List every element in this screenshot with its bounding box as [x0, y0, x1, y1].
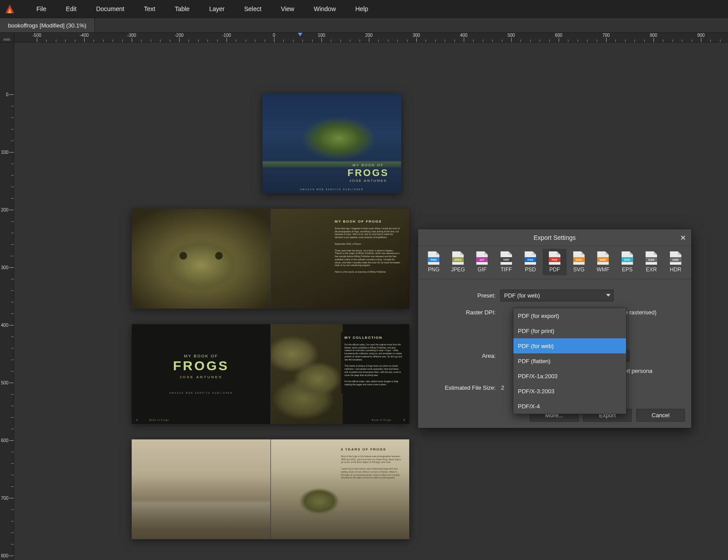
- ruler-minor-tick: [312, 39, 313, 42]
- menu-help[interactable]: Help: [346, 1, 378, 17]
- ruler-minor-tick: [587, 39, 587, 42]
- spread-3-right-page: MY COLLECTION For this eBook today, I've…: [270, 324, 409, 424]
- ruler-tick-label: 100: [1, 150, 8, 155]
- spread-3-photo: [271, 324, 343, 424]
- preset-dropdown[interactable]: PDF (for export)PDF (for print)PDF (for …: [513, 308, 626, 414]
- menu-window[interactable]: Window: [304, 1, 346, 17]
- format-tab-label: JPEG: [451, 266, 465, 273]
- ruler-playhead-icon[interactable]: [298, 33, 302, 36]
- ruler-minor-tick: [540, 39, 540, 42]
- menu-text[interactable]: Text: [134, 1, 165, 17]
- ruler-minor-tick: [378, 39, 379, 42]
- ruler-tick-label: 800: [1, 553, 8, 558]
- close-icon[interactable]: ✕: [677, 232, 689, 243]
- preset-select[interactable]: PDF (for web): [500, 290, 614, 302]
- spread-4[interactable]: 6 YEARS OF FROGS Most of the frogs in th…: [132, 439, 409, 539]
- format-tab-label: PSD: [525, 266, 536, 273]
- menu-view[interactable]: View: [271, 1, 304, 17]
- ruler-minor-tick: [483, 39, 483, 42]
- ruler-tick-label: 200: [365, 33, 373, 38]
- ruler-tick-label: 600: [555, 33, 563, 38]
- menu-edit[interactable]: Edit: [56, 1, 86, 17]
- ruler-minor-tick: [11, 533, 14, 533]
- ruler-tick-label: 500: [508, 33, 515, 38]
- cover-title-block: MY BOOK OF FROGS JOSE ANTUNES: [348, 163, 389, 183]
- preset-option[interactable]: PDF/X-1a:2003: [513, 368, 626, 384]
- format-tab-exr[interactable]: EXREXR: [639, 249, 664, 275]
- document-tab[interactable]: bookoffrogs [Modified] (30.1%): [0, 18, 95, 32]
- title-main: FROGS: [173, 358, 229, 373]
- format-tab-wmf[interactable]: WMFWMF: [591, 249, 615, 275]
- ruler-minor-tick: [11, 221, 14, 222]
- menu-file[interactable]: File: [27, 1, 56, 17]
- tiff-file-icon: TIFF: [501, 251, 512, 265]
- preset-option[interactable]: PDF (for print): [513, 323, 626, 338]
- format-tab-pdf[interactable]: PDFPDF: [543, 249, 567, 275]
- ruler-tick: [132, 38, 132, 42]
- horizontal-ruler[interactable]: -500-400-300-200-10001002003004005006007…: [14, 33, 728, 42]
- format-tab-eps[interactable]: EPSEPS: [615, 249, 639, 275]
- ruler-tick: [37, 38, 37, 42]
- ruler-minor-tick: [426, 39, 426, 42]
- ruler-minor-tick: [160, 39, 160, 42]
- ruler-tick-label: 400: [460, 33, 468, 38]
- format-tab-label: TIFF: [501, 266, 512, 273]
- format-tab-svg[interactable]: SVGSVG: [567, 249, 591, 275]
- ruler-minor-tick: [625, 39, 626, 42]
- menu-layer[interactable]: Layer: [200, 1, 235, 17]
- menu-select[interactable]: Select: [235, 1, 271, 17]
- ruler-minor-tick: [341, 39, 341, 42]
- page-footer-title-left: Book of Frogs: [149, 419, 169, 421]
- ruler-minor-tick: [397, 39, 398, 42]
- ruler-minor-tick: [435, 39, 436, 42]
- ruler-minor-tick: [11, 544, 14, 544]
- ruler-tick-label: 300: [413, 33, 420, 38]
- format-tab-gif[interactable]: GIFGIF: [470, 249, 494, 275]
- pdf-file-icon: PDF: [549, 251, 560, 265]
- ruler-minor-tick: [283, 39, 284, 42]
- ruler-minor-tick: [11, 256, 14, 256]
- spread-4-p2: I spent hours near ponds, even swimmimg …: [341, 467, 403, 479]
- preset-option[interactable]: PDF (flatten): [513, 353, 626, 368]
- spread-2[interactable]: MY BOOK OF FROGS Some time ago I imagine…: [132, 209, 409, 309]
- ruler-minor-tick: [122, 39, 123, 42]
- format-tab-png[interactable]: PNGPNG: [422, 249, 446, 275]
- ruler-tick: [9, 556, 14, 556]
- spread-2-left-page: [132, 209, 270, 309]
- spread-4-left-page: [132, 439, 270, 539]
- spread-3[interactable]: MY BOOK OF FROGS JOSE ANTUNES AMAZON WEB…: [132, 324, 409, 424]
- ruler-minor-tick: [217, 39, 218, 42]
- spread-3-heading: MY COLLECTION: [344, 336, 403, 341]
- ruler-minor-tick: [11, 244, 14, 245]
- spread-4-heading: 6 YEARS OF FROGS: [341, 447, 403, 452]
- spread-cover[interactable]: MY BOOK OF FROGS JOSE ANTUNES AMAZON WEB…: [262, 94, 401, 193]
- cancel-button[interactable]: Cancel: [636, 409, 685, 422]
- preset-option[interactable]: PDF (for web): [513, 338, 626, 353]
- ruler-tick: [9, 383, 14, 383]
- dialog-title-bar[interactable]: Export Settings ✕: [418, 229, 691, 246]
- menu-table[interactable]: Table: [165, 1, 199, 17]
- format-tab-hdr[interactable]: HDRHDR: [663, 249, 688, 275]
- ruler-tick: [9, 94, 14, 95]
- ruler-minor-tick: [454, 39, 455, 42]
- ruler-minor-tick: [673, 39, 673, 42]
- spread-4-text: 6 YEARS OF FROGS Most of the frogs in th…: [341, 447, 403, 483]
- png-file-icon: PNG: [428, 251, 439, 265]
- preset-option[interactable]: PDF/X-3:2003: [513, 384, 626, 399]
- format-tab-tiff[interactable]: TIFFTIFF: [494, 249, 519, 275]
- ruler-tick: [606, 38, 607, 42]
- format-tab-label: PNG: [428, 266, 439, 273]
- title-pretitle: MY BOOK OF: [184, 354, 218, 358]
- spread-4-right-page: 6 YEARS OF FROGS Most of the frogs in th…: [270, 439, 409, 539]
- format-tab-jpeg[interactable]: JPEGJPEG: [446, 249, 470, 275]
- spread-4-left-image: [132, 439, 270, 539]
- preset-option[interactable]: PDF/X-4: [513, 399, 626, 414]
- vertical-ruler[interactable]: 0100200300400500600700800: [0, 43, 14, 560]
- jpeg-file-icon: JPEG: [452, 251, 464, 265]
- preset-option[interactable]: PDF (for export): [513, 308, 626, 323]
- ruler-minor-tick: [75, 39, 75, 42]
- page-number-left: 2: [136, 419, 137, 421]
- menu-document[interactable]: Document: [86, 1, 134, 17]
- ruler-minor-tick: [445, 39, 445, 42]
- format-tab-psd[interactable]: PSDPSD: [518, 249, 543, 275]
